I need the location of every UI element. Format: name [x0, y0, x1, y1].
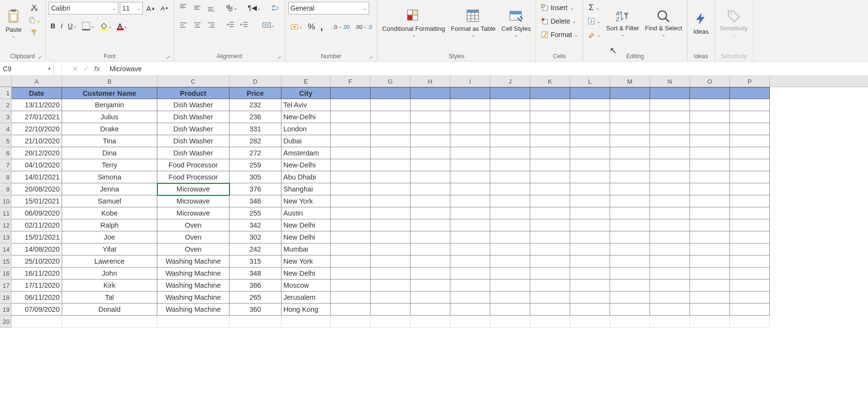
- cell-F3[interactable]: [331, 111, 370, 123]
- cell-O18[interactable]: [690, 292, 730, 304]
- cell-H12[interactable]: [410, 219, 450, 231]
- cut-button[interactable]: [26, 2, 42, 13]
- cell-D2[interactable]: 232: [230, 99, 281, 111]
- cell-E18[interactable]: Jerusalem: [281, 292, 331, 304]
- cell-D20[interactable]: [230, 316, 281, 328]
- cell-P20[interactable]: [730, 316, 770, 328]
- cell-O3[interactable]: [690, 111, 730, 123]
- cell-A11[interactable]: 06/09/2020: [12, 207, 62, 219]
- cell-B17[interactable]: Kirk: [62, 280, 157, 292]
- cell-H16[interactable]: [410, 268, 450, 280]
- find-select-button[interactable]: Find & Select⌄: [643, 2, 684, 44]
- cell-M14[interactable]: [610, 243, 650, 255]
- cell-B3[interactable]: Julius: [62, 111, 157, 123]
- sensitivity-button[interactable]: Sensitivity⌄: [718, 2, 750, 44]
- cell-F18[interactable]: [331, 292, 370, 304]
- cell-L15[interactable]: [570, 255, 610, 268]
- font-family-combo[interactable]: Calibri⌄: [49, 2, 118, 14]
- cell-A18[interactable]: 06/11/2020: [12, 292, 62, 304]
- cell-A19[interactable]: 07/09/2020: [12, 304, 62, 316]
- cell-G10[interactable]: [370, 195, 410, 207]
- cell-G2[interactable]: [370, 99, 410, 111]
- increase-font-button[interactable]: A▲: [144, 2, 157, 14]
- italic-button[interactable]: I: [59, 20, 64, 32]
- cell-L12[interactable]: [570, 219, 610, 231]
- cell-K3[interactable]: [530, 111, 570, 123]
- cell-B1[interactable]: Customer Name: [62, 87, 157, 99]
- autosum-button[interactable]: Σ⌄: [586, 2, 602, 13]
- cell-D5[interactable]: 282: [230, 135, 281, 147]
- cell-C16[interactable]: Washing Machine: [157, 268, 230, 280]
- cell-N14[interactable]: [650, 243, 690, 255]
- cell-G16[interactable]: [370, 268, 410, 280]
- cell-A10[interactable]: 15/01/2021: [12, 195, 62, 207]
- cell-N13[interactable]: [650, 231, 690, 243]
- cell-B6[interactable]: Dina: [62, 147, 157, 159]
- decrease-font-button[interactable]: A▼: [159, 2, 171, 14]
- cell-C1[interactable]: Product: [157, 87, 230, 99]
- cell-I9[interactable]: [450, 183, 490, 195]
- cell-F15[interactable]: [331, 255, 370, 268]
- cell-E20[interactable]: [281, 316, 331, 328]
- increase-decimal-button[interactable]: .0→.00: [331, 21, 351, 33]
- cell-J12[interactable]: [490, 219, 530, 231]
- insert-button[interactable]: Insert⌄: [539, 2, 575, 13]
- cell-H8[interactable]: [410, 171, 450, 183]
- cell-styles-button[interactable]: Cell Styles⌄: [499, 2, 533, 44]
- column-header-O[interactable]: O: [690, 76, 730, 87]
- cell-P16[interactable]: [730, 268, 770, 280]
- cell-H11[interactable]: [410, 207, 450, 219]
- row-header-8[interactable]: 8: [0, 171, 12, 183]
- cell-B18[interactable]: Tal: [62, 292, 157, 304]
- cell-M17[interactable]: [610, 280, 650, 292]
- row-header-20[interactable]: 20: [0, 316, 12, 328]
- cell-N18[interactable]: [650, 292, 690, 304]
- cell-C20[interactable]: [157, 316, 230, 328]
- cell-A15[interactable]: 25/10/2020: [12, 255, 62, 268]
- cell-D10[interactable]: 346: [230, 195, 281, 207]
- cell-H10[interactable]: [410, 195, 450, 207]
- cell-D13[interactable]: 302: [230, 231, 281, 243]
- cell-N20[interactable]: [650, 316, 690, 328]
- fill-color-button[interactable]: ⌄: [98, 20, 114, 32]
- column-header-C[interactable]: C: [157, 76, 230, 87]
- wrap-text-button[interactable]: ab: [269, 2, 282, 13]
- cell-N15[interactable]: [650, 255, 690, 268]
- cell-A9[interactable]: 20/08/2020: [12, 183, 62, 195]
- cell-M3[interactable]: [610, 111, 650, 123]
- cell-P5[interactable]: [730, 135, 770, 147]
- row-header-11[interactable]: 11: [0, 207, 12, 219]
- cell-C5[interactable]: Dish Washer: [157, 135, 230, 147]
- cell-P2[interactable]: [730, 99, 770, 111]
- cell-O14[interactable]: [690, 243, 730, 255]
- cell-H18[interactable]: [410, 292, 450, 304]
- row-header-12[interactable]: 12: [0, 219, 12, 231]
- cell-A1[interactable]: Date: [12, 87, 62, 99]
- cell-A12[interactable]: 02/11/2020: [12, 219, 62, 231]
- cell-N1[interactable]: [650, 87, 690, 99]
- ideas-button[interactable]: Ideas: [690, 2, 712, 44]
- row-header-18[interactable]: 18: [0, 292, 12, 304]
- cell-K19[interactable]: [530, 304, 570, 316]
- cell-K13[interactable]: [530, 231, 570, 243]
- cell-F2[interactable]: [331, 99, 370, 111]
- row-header-16[interactable]: 16: [0, 268, 12, 280]
- merge-center-button[interactable]: ⌄: [260, 19, 277, 31]
- cell-M1[interactable]: [610, 87, 650, 99]
- cell-K20[interactable]: [530, 316, 570, 328]
- cell-M12[interactable]: [610, 219, 650, 231]
- cell-K9[interactable]: [530, 183, 570, 195]
- cell-F16[interactable]: [331, 268, 370, 280]
- cell-F20[interactable]: [331, 316, 370, 328]
- cell-A2[interactable]: 13/11/2020: [12, 99, 62, 111]
- cell-F7[interactable]: [331, 159, 370, 171]
- cell-G1[interactable]: [370, 87, 410, 99]
- cell-L9[interactable]: [570, 183, 610, 195]
- column-header-H[interactable]: H: [410, 76, 450, 87]
- cell-L14[interactable]: [570, 243, 610, 255]
- cell-L3[interactable]: [570, 111, 610, 123]
- cell-A20[interactable]: [12, 316, 62, 328]
- cell-G12[interactable]: [370, 219, 410, 231]
- cell-G18[interactable]: [370, 292, 410, 304]
- cell-K18[interactable]: [530, 292, 570, 304]
